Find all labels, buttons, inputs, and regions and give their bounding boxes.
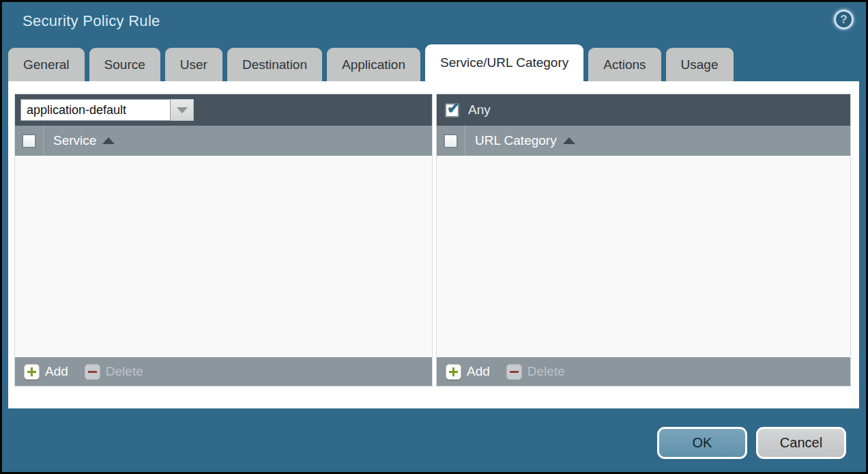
service-column-label: Service [53,133,96,148]
service-panel-header [15,94,432,126]
url-category-add-button[interactable]: Add [446,364,490,380]
dialog-body: Service Add Delete [8,81,859,408]
url-category-column-label: URL Category [475,133,557,148]
any-row: Any [442,102,491,117]
service-sort-header[interactable]: Service [44,133,115,148]
service-type-dropdown-button[interactable] [171,99,194,121]
help-icon[interactable]: ? [834,10,854,29]
url-category-select-all-checkbox[interactable] [444,134,458,148]
url-category-panel-footer: Add Delete [437,357,850,386]
ok-button[interactable]: OK [657,427,747,459]
service-select-all-checkbox[interactable] [22,134,36,148]
url-category-delete-button[interactable]: Delete [506,364,565,380]
tab-destination[interactable]: Destination [227,48,322,81]
tab-usage[interactable]: Usage [666,48,734,81]
add-icon [24,364,40,380]
dialog-buttons: OK Cancel [657,427,846,459]
any-checkbox[interactable] [445,103,459,117]
service-add-button[interactable]: Add [24,364,68,380]
service-panel: Service Add Delete [14,94,433,387]
service-select-all-cell [15,126,44,156]
service-delete-button[interactable]: Delete [85,364,143,380]
service-column-header: Service [15,126,432,156]
url-category-select-all-cell [437,126,465,156]
panels-container: Service Add Delete [14,94,851,387]
service-list [15,156,432,357]
delete-button-label: Delete [527,364,565,379]
tab-bar: General Source User Destination Applicat… [8,44,734,81]
service-panel-footer: Add Delete [15,357,432,386]
service-type-combo [20,99,194,121]
url-category-panel: Any URL Category Add [436,94,851,387]
add-button-label: Add [45,364,68,379]
url-category-column-header: URL Category [437,126,850,156]
sort-ascending-icon [563,137,575,144]
add-button-label: Add [467,364,490,379]
security-policy-rule-dialog: Security Policy Rule ? General Source Us… [0,0,868,474]
page-title: Security Policy Rule [23,12,160,30]
any-label: Any [468,102,491,117]
tab-source[interactable]: Source [89,48,160,81]
delete-icon [85,364,100,380]
url-category-list [437,156,850,357]
service-type-input[interactable] [20,99,171,121]
add-icon [446,364,461,380]
delete-icon [506,364,522,380]
tab-user[interactable]: User [165,48,222,81]
url-category-sort-header[interactable]: URL Category [465,133,575,148]
tab-general[interactable]: General [8,48,85,81]
url-category-panel-header: Any [437,94,850,126]
cancel-button[interactable]: Cancel [756,427,846,459]
tab-application[interactable]: Application [327,48,420,81]
delete-button-label: Delete [106,364,143,379]
sort-ascending-icon [102,137,115,144]
tab-service-url-category[interactable]: Service/URL Category [425,44,583,81]
tab-actions[interactable]: Actions [588,48,661,81]
chevron-down-icon [177,107,188,113]
